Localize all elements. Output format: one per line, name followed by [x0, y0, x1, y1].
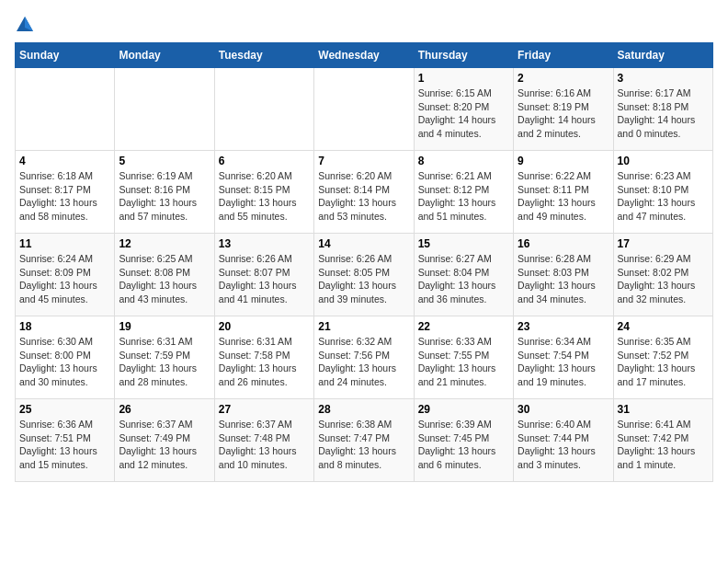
day-number: 2 [518, 72, 609, 85]
page-header [15, 15, 713, 35]
day-info: Sunrise: 6:29 AM Sunset: 8:02 PM Dayligh… [618, 252, 709, 306]
calendar-cell: 3Sunrise: 6:17 AM Sunset: 8:18 PM Daylig… [613, 68, 712, 151]
day-info: Sunrise: 6:25 AM Sunset: 8:08 PM Dayligh… [119, 252, 210, 306]
calendar-cell: 5Sunrise: 6:19 AM Sunset: 8:16 PM Daylig… [115, 151, 214, 234]
calendar-cell [115, 68, 214, 151]
calendar-table: SundayMondayTuesdayWednesdayThursdayFrid… [15, 42, 713, 482]
day-number: 9 [518, 155, 609, 167]
day-number: 1 [418, 72, 509, 85]
logo-icon [15, 15, 35, 35]
calendar-cell: 31Sunrise: 6:41 AM Sunset: 7:42 PM Dayli… [613, 399, 712, 482]
day-info: Sunrise: 6:35 AM Sunset: 7:52 PM Dayligh… [618, 335, 709, 389]
day-number: 22 [418, 320, 509, 333]
day-info: Sunrise: 6:33 AM Sunset: 7:55 PM Dayligh… [418, 335, 509, 389]
calendar-header-row: SundayMondayTuesdayWednesdayThursdayFrid… [16, 43, 713, 68]
calendar-cell: 22Sunrise: 6:33 AM Sunset: 7:55 PM Dayli… [414, 316, 513, 399]
calendar-cell: 25Sunrise: 6:36 AM Sunset: 7:51 PM Dayli… [16, 399, 115, 482]
day-info: Sunrise: 6:28 AM Sunset: 8:03 PM Dayligh… [518, 252, 609, 306]
day-number: 6 [219, 155, 310, 167]
day-info: Sunrise: 6:26 AM Sunset: 8:07 PM Dayligh… [219, 252, 310, 306]
day-info: Sunrise: 6:21 AM Sunset: 8:12 PM Dayligh… [418, 169, 509, 224]
calendar-cell: 16Sunrise: 6:28 AM Sunset: 8:03 PM Dayli… [514, 234, 613, 316]
day-number: 3 [618, 72, 709, 85]
day-number: 17 [618, 237, 709, 250]
calendar-week-row: 1Sunrise: 6:15 AM Sunset: 8:20 PM Daylig… [16, 68, 713, 151]
calendar-cell: 1Sunrise: 6:15 AM Sunset: 8:20 PM Daylig… [414, 68, 513, 151]
day-info: Sunrise: 6:41 AM Sunset: 7:42 PM Dayligh… [618, 418, 709, 472]
calendar-cell [314, 68, 414, 151]
calendar-cell: 9Sunrise: 6:22 AM Sunset: 8:11 PM Daylig… [514, 151, 613, 234]
day-number: 23 [518, 320, 609, 333]
calendar-cell: 7Sunrise: 6:20 AM Sunset: 8:14 PM Daylig… [314, 151, 414, 234]
day-info: Sunrise: 6:31 AM Sunset: 7:59 PM Dayligh… [119, 335, 210, 389]
day-number: 11 [19, 237, 110, 250]
header-day-sunday: Sunday [16, 43, 115, 68]
calendar-cell: 6Sunrise: 6:20 AM Sunset: 8:15 PM Daylig… [214, 151, 313, 234]
day-number: 24 [618, 320, 709, 333]
day-info: Sunrise: 6:15 AM Sunset: 8:20 PM Dayligh… [418, 86, 509, 141]
day-number: 10 [618, 155, 709, 167]
day-info: Sunrise: 6:26 AM Sunset: 8:05 PM Dayligh… [318, 252, 409, 306]
day-number: 7 [318, 155, 409, 167]
calendar-cell: 26Sunrise: 6:37 AM Sunset: 7:49 PM Dayli… [115, 399, 214, 482]
day-number: 12 [119, 237, 210, 250]
day-number: 21 [318, 320, 409, 333]
header-day-saturday: Saturday [613, 43, 712, 68]
day-number: 28 [318, 403, 409, 416]
header-day-friday: Friday [514, 43, 613, 68]
day-info: Sunrise: 6:23 AM Sunset: 8:10 PM Dayligh… [618, 169, 709, 224]
day-info: Sunrise: 6:20 AM Sunset: 8:14 PM Dayligh… [318, 169, 409, 224]
day-number: 16 [518, 237, 609, 250]
calendar-cell: 23Sunrise: 6:34 AM Sunset: 7:54 PM Dayli… [514, 316, 613, 399]
day-info: Sunrise: 6:24 AM Sunset: 8:09 PM Dayligh… [19, 252, 110, 306]
day-number: 31 [618, 403, 709, 416]
calendar-cell: 19Sunrise: 6:31 AM Sunset: 7:59 PM Dayli… [115, 316, 214, 399]
day-info: Sunrise: 6:37 AM Sunset: 7:48 PM Dayligh… [219, 418, 310, 472]
calendar-cell: 30Sunrise: 6:40 AM Sunset: 7:44 PM Dayli… [514, 399, 613, 482]
day-number: 29 [418, 403, 509, 416]
day-info: Sunrise: 6:20 AM Sunset: 8:15 PM Dayligh… [219, 169, 310, 224]
calendar-cell: 18Sunrise: 6:30 AM Sunset: 8:00 PM Dayli… [16, 316, 115, 399]
day-info: Sunrise: 6:27 AM Sunset: 8:04 PM Dayligh… [418, 252, 509, 306]
calendar-cell: 14Sunrise: 6:26 AM Sunset: 8:05 PM Dayli… [314, 234, 414, 316]
calendar-cell: 28Sunrise: 6:38 AM Sunset: 7:47 PM Dayli… [314, 399, 414, 482]
calendar-cell: 8Sunrise: 6:21 AM Sunset: 8:12 PM Daylig… [414, 151, 513, 234]
day-info: Sunrise: 6:38 AM Sunset: 7:47 PM Dayligh… [318, 418, 409, 472]
calendar-cell: 13Sunrise: 6:26 AM Sunset: 8:07 PM Dayli… [214, 234, 313, 316]
calendar-cell: 27Sunrise: 6:37 AM Sunset: 7:48 PM Dayli… [214, 399, 313, 482]
day-info: Sunrise: 6:36 AM Sunset: 7:51 PM Dayligh… [19, 418, 110, 472]
calendar-cell: 10Sunrise: 6:23 AM Sunset: 8:10 PM Dayli… [613, 151, 712, 234]
day-number: 13 [219, 237, 310, 250]
day-number: 27 [219, 403, 310, 416]
calendar-cell: 15Sunrise: 6:27 AM Sunset: 8:04 PM Dayli… [414, 234, 513, 316]
calendar-cell: 12Sunrise: 6:25 AM Sunset: 8:08 PM Dayli… [115, 234, 214, 316]
calendar-cell: 29Sunrise: 6:39 AM Sunset: 7:45 PM Dayli… [414, 399, 513, 482]
day-info: Sunrise: 6:39 AM Sunset: 7:45 PM Dayligh… [418, 418, 509, 472]
day-number: 4 [19, 155, 110, 167]
calendar-week-row: 4Sunrise: 6:18 AM Sunset: 8:17 PM Daylig… [16, 151, 713, 234]
day-number: 26 [119, 403, 210, 416]
day-info: Sunrise: 6:16 AM Sunset: 8:19 PM Dayligh… [518, 86, 609, 141]
day-number: 14 [318, 237, 409, 250]
day-number: 20 [219, 320, 310, 333]
calendar-cell [16, 68, 115, 151]
day-info: Sunrise: 6:34 AM Sunset: 7:54 PM Dayligh… [518, 335, 609, 389]
day-info: Sunrise: 6:37 AM Sunset: 7:49 PM Dayligh… [119, 418, 210, 472]
header-day-tuesday: Tuesday [214, 43, 313, 68]
day-info: Sunrise: 6:22 AM Sunset: 8:11 PM Dayligh… [518, 169, 609, 224]
day-info: Sunrise: 6:40 AM Sunset: 7:44 PM Dayligh… [518, 418, 609, 472]
calendar-week-row: 11Sunrise: 6:24 AM Sunset: 8:09 PM Dayli… [16, 234, 713, 316]
day-number: 30 [518, 403, 609, 416]
day-number: 5 [119, 155, 210, 167]
calendar-cell: 11Sunrise: 6:24 AM Sunset: 8:09 PM Dayli… [16, 234, 115, 316]
day-info: Sunrise: 6:17 AM Sunset: 8:18 PM Dayligh… [618, 86, 709, 141]
day-number: 19 [119, 320, 210, 333]
day-number: 8 [418, 155, 509, 167]
calendar-cell: 21Sunrise: 6:32 AM Sunset: 7:56 PM Dayli… [314, 316, 414, 399]
day-number: 15 [418, 237, 509, 250]
logo [15, 15, 39, 35]
day-number: 18 [19, 320, 110, 333]
header-day-wednesday: Wednesday [314, 43, 414, 68]
day-info: Sunrise: 6:19 AM Sunset: 8:16 PM Dayligh… [119, 169, 210, 224]
calendar-week-row: 25Sunrise: 6:36 AM Sunset: 7:51 PM Dayli… [16, 399, 713, 482]
